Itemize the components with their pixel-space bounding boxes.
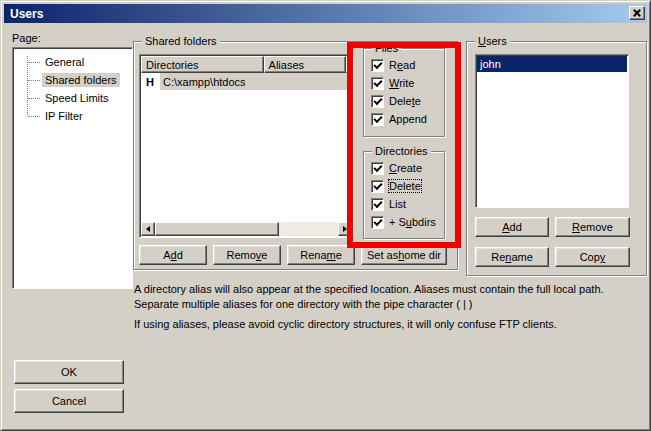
listview-header: Directories Aliases	[141, 56, 352, 73]
close-button[interactable]	[629, 6, 645, 20]
user-name: john	[480, 58, 501, 70]
sidebar-item-ip-filter[interactable]: IP Filter	[13, 107, 132, 125]
rename-user-button[interactable]: Rename	[475, 247, 549, 267]
alias-note-text: A directory alias will also appear at th…	[134, 282, 636, 312]
ok-button[interactable]: OK	[14, 360, 124, 384]
tree-item-label: General	[42, 55, 87, 69]
page-label: Page:	[12, 32, 41, 44]
copy-user-button[interactable]: Copy	[555, 247, 630, 267]
remove-user-button[interactable]: Remove	[555, 217, 630, 237]
arrow-left-icon	[143, 226, 150, 232]
cancel-button[interactable]: Cancel	[14, 389, 124, 413]
tree-item-label: Shared folders	[42, 73, 120, 87]
home-flag: H	[141, 73, 160, 90]
users-dialog: Users Page: General Shared folders Speed…	[0, 0, 651, 431]
list-item-user[interactable]: john	[477, 56, 627, 72]
shared-folders-legend: Shared folders	[142, 35, 220, 48]
tree-item-label: Speed Limits	[42, 91, 112, 105]
sidebar-item-general[interactable]: General	[13, 53, 132, 71]
remove-folder-button[interactable]: Remove	[213, 245, 281, 265]
title-bar: Users	[4, 4, 647, 23]
scroll-thumb[interactable]	[155, 222, 279, 236]
sidebar-item-speed-limits[interactable]: Speed Limits	[13, 89, 132, 107]
annotation-rectangle	[347, 42, 461, 248]
sidebar-item-shared-folders[interactable]: Shared folders	[13, 71, 132, 89]
page-tree[interactable]: General Shared folders Speed Limits IP F…	[12, 47, 133, 289]
scroll-left-button[interactable]	[141, 222, 155, 236]
users-legend: Users	[475, 35, 510, 48]
add-folder-button[interactable]: Add	[139, 245, 207, 265]
window-title: Users	[10, 7, 43, 21]
col-header-directories[interactable]: Directories	[141, 56, 264, 73]
description-text: A directory alias will also appear at th…	[134, 282, 636, 332]
cyclic-note-text: If using aliases, please avoid cyclic di…	[134, 317, 636, 332]
users-list[interactable]: john	[475, 54, 629, 208]
table-row[interactable]: H C:\xampp\htdocs	[141, 73, 352, 90]
set-home-dir-button[interactable]: Set as home dir	[361, 245, 447, 265]
tree-item-label: IP Filter	[42, 109, 86, 123]
directory-cell[interactable]: C:\xampp\htdocs	[160, 73, 352, 90]
rename-folder-button[interactable]: Rename	[287, 245, 355, 265]
add-user-button[interactable]: Add	[475, 217, 549, 237]
horizontal-scrollbar[interactable]	[141, 222, 352, 236]
col-header-aliases[interactable]: Aliases	[264, 56, 346, 73]
close-icon	[630, 7, 644, 19]
directories-listview[interactable]: Directories Aliases H C:\xampp\htdocs	[139, 54, 354, 238]
